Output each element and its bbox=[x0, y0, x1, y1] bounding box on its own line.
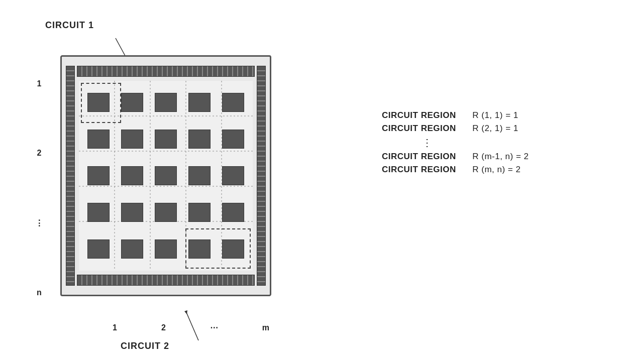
region-line-4: CIRCUIT REGION R (m, n) = 2 bbox=[382, 165, 593, 175]
diagram-container: CIRCUIT 1 bbox=[30, 15, 312, 346]
cell-4-3 bbox=[149, 194, 183, 231]
cell-2-1 bbox=[82, 120, 116, 157]
region-label-4: CIRCUIT REGION bbox=[382, 165, 470, 175]
cell-1-3 bbox=[149, 84, 183, 120]
region-line-3: CIRCUIT REGION R (m-1, n) = 2 bbox=[382, 152, 593, 162]
cell-2-2 bbox=[116, 120, 149, 157]
circuit1-label: CIRCUIT 1 bbox=[45, 20, 94, 31]
bottom-bar bbox=[77, 275, 255, 286]
region-line-1: CIRCUIT REGION R (1, 1) = 1 bbox=[382, 110, 593, 120]
col-label-1: 1 bbox=[113, 323, 117, 332]
cell-3-5 bbox=[216, 157, 250, 194]
row-label-dots: ⋮ bbox=[35, 218, 43, 228]
cell-3-1 bbox=[82, 157, 116, 194]
cell-3-4 bbox=[182, 157, 216, 194]
left-bar bbox=[66, 66, 75, 286]
cell-5-2 bbox=[116, 231, 149, 268]
cell-3-2 bbox=[116, 157, 149, 194]
cell-4-2 bbox=[116, 194, 149, 231]
selection-box-bottom-right bbox=[185, 228, 251, 269]
col-label-2: 2 bbox=[161, 323, 166, 332]
region-value-2: R (2, 1) = 1 bbox=[472, 124, 518, 134]
col-label-dots: ⋯ bbox=[210, 323, 218, 332]
circuit2-label: CIRCUIT 2 bbox=[121, 341, 169, 351]
region-label-2: CIRCUIT REGION bbox=[382, 124, 470, 134]
row-label-2: 2 bbox=[37, 149, 42, 158]
region-dots: ⋮ bbox=[422, 137, 593, 149]
cell-4-5 bbox=[216, 194, 250, 231]
region-value-1: R (1, 1) = 1 bbox=[472, 110, 518, 120]
right-bar bbox=[257, 66, 266, 286]
region-label-3: CIRCUIT REGION bbox=[382, 152, 470, 162]
cell-5-3 bbox=[149, 231, 183, 268]
cell-5-1 bbox=[82, 231, 116, 268]
row-labels: 1 2 ⋮ n bbox=[35, 79, 43, 297]
cell-1-5 bbox=[216, 84, 250, 120]
region-line-2: CIRCUIT REGION R (2, 1) = 1 bbox=[382, 124, 593, 134]
cell-2-5 bbox=[216, 120, 250, 157]
svg-marker-3 bbox=[184, 310, 187, 314]
row-label-n: n bbox=[37, 288, 42, 297]
right-panel: CIRCUIT REGION R (1, 1) = 1 CIRCUIT REGI… bbox=[382, 110, 593, 178]
cell-2-3 bbox=[149, 120, 183, 157]
cell-3-3 bbox=[149, 157, 183, 194]
grid-area bbox=[79, 81, 253, 271]
top-bar bbox=[77, 66, 255, 77]
cell-2-4 bbox=[182, 120, 216, 157]
col-labels: 1 2 ⋯ m bbox=[90, 323, 291, 332]
selection-box-top-left bbox=[81, 83, 121, 123]
region-label-1: CIRCUIT REGION bbox=[382, 110, 470, 120]
col-label-m: m bbox=[262, 323, 269, 332]
region-value-4: R (m, n) = 2 bbox=[472, 165, 521, 175]
cell-4-4 bbox=[182, 194, 216, 231]
row-label-1: 1 bbox=[37, 79, 42, 88]
circuit-board bbox=[60, 55, 271, 296]
cell-1-4 bbox=[182, 84, 216, 120]
cell-4-1 bbox=[82, 194, 116, 231]
region-value-3: R (m-1, n) = 2 bbox=[472, 152, 529, 162]
